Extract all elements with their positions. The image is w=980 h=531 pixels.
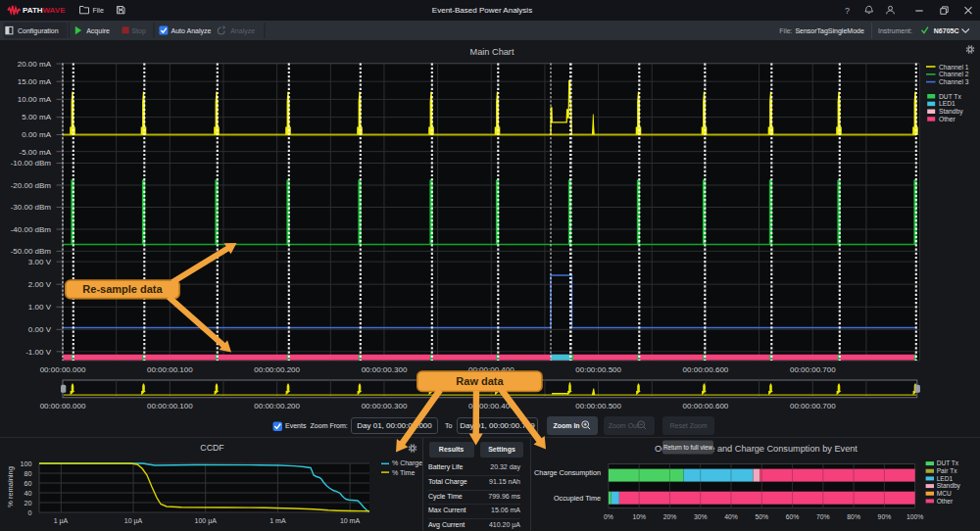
svg-text:Re-sample data: Re-sample data (82, 283, 163, 295)
svg-text:Return to full view: Return to full view (663, 444, 712, 451)
svg-text:Raw data: Raw data (456, 375, 504, 387)
